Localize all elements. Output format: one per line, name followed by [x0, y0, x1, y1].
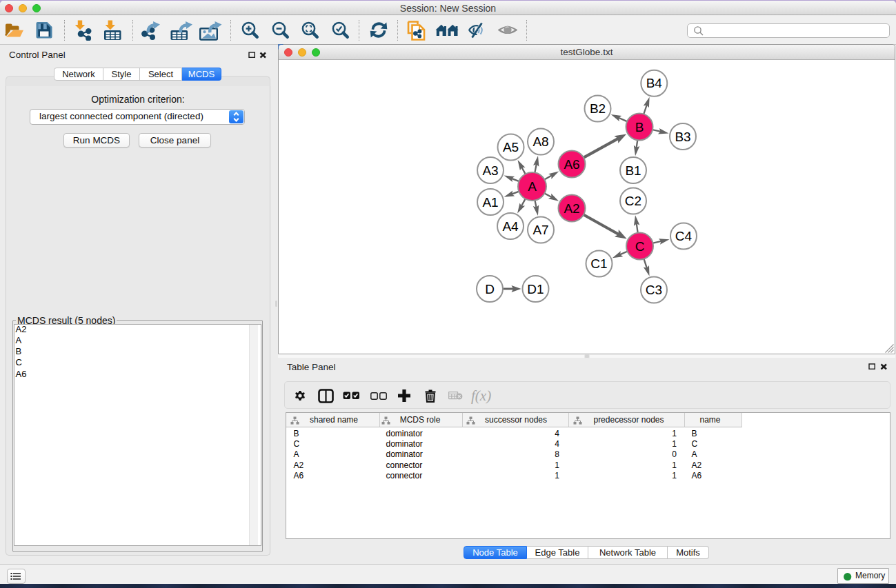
svg-text:B: B	[635, 120, 644, 134]
svg-text:A4: A4	[502, 219, 519, 234]
svg-text:A8: A8	[532, 134, 548, 149]
svg-text:A3: A3	[482, 163, 498, 178]
svg-text:B3: B3	[675, 130, 690, 144]
svg-text:A: A	[528, 179, 537, 194]
svg-text:D: D	[485, 282, 495, 296]
svg-text:A7: A7	[532, 223, 548, 237]
svg-text:D1: D1	[527, 282, 544, 296]
svg-text:B4: B4	[646, 76, 663, 90]
svg-text:C4: C4	[675, 229, 693, 243]
svg-text:C1: C1	[590, 256, 607, 271]
svg-text:A6: A6	[564, 157, 579, 172]
svg-text:B1: B1	[625, 163, 641, 178]
svg-text:C: C	[635, 239, 645, 254]
svg-text:C3: C3	[646, 283, 662, 297]
svg-text:A1: A1	[482, 195, 498, 210]
svg-text:C2: C2	[625, 194, 641, 208]
svg-text:B2: B2	[590, 101, 606, 116]
svg-text:A2: A2	[564, 201, 579, 216]
svg-text:A5: A5	[503, 140, 519, 154]
